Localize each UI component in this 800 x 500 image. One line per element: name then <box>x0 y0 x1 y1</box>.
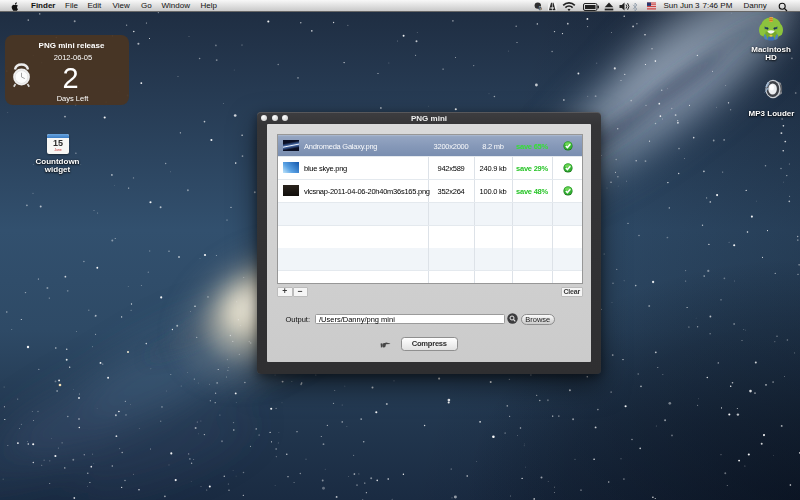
svg-text:9: 9 <box>538 5 541 11</box>
